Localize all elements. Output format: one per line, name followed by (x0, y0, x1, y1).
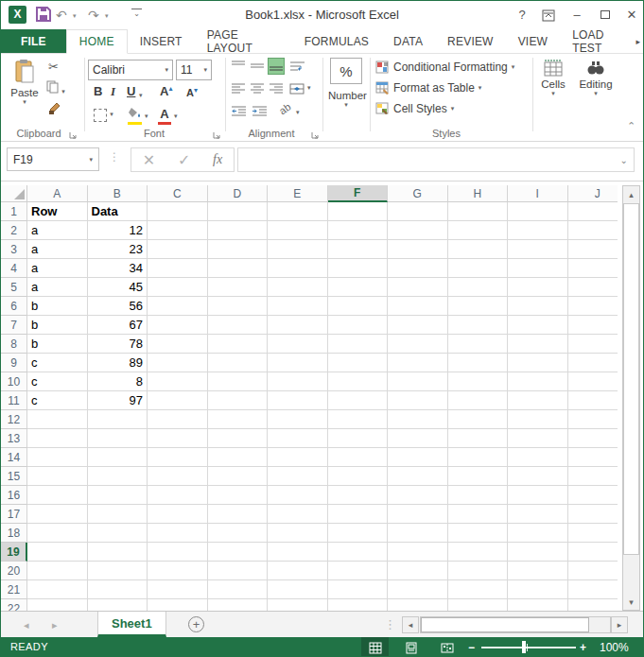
cell-A17[interactable] (27, 505, 88, 524)
cell-J18[interactable] (568, 524, 618, 543)
cell-D16[interactable] (208, 486, 269, 505)
scroll-up-button[interactable]: ▴ (623, 186, 639, 202)
cell-I14[interactable] (508, 448, 568, 467)
cell-C22[interactable] (148, 599, 208, 611)
cell-B5[interactable]: 45 (88, 278, 148, 297)
cell-E14[interactable] (268, 448, 328, 467)
cell-E2[interactable] (268, 221, 328, 240)
cell-H13[interactable] (448, 429, 509, 448)
row-header-12[interactable]: 12 (1, 410, 27, 429)
conditional-formatting-button[interactable]: Conditional Formatting ▾ (375, 58, 514, 77)
cell-G11[interactable] (388, 391, 448, 410)
cell-I5[interactable] (508, 278, 568, 297)
font-dialog-launcher[interactable] (213, 130, 222, 139)
format-as-table-button[interactable]: Format as Table ▾ (375, 78, 481, 97)
column-header-G[interactable]: G (388, 185, 448, 202)
cell-J12[interactable] (568, 410, 618, 429)
cell-F6[interactable] (328, 297, 389, 316)
cell-C11[interactable] (148, 391, 208, 410)
font-color-button[interactable]: A ▾ (158, 107, 171, 125)
cell-C13[interactable] (148, 429, 208, 448)
formula-bar-handle[interactable]: ⋮ (109, 150, 120, 164)
cell-B20[interactable] (88, 562, 148, 580)
cell-I17[interactable] (508, 505, 568, 524)
cell-I10[interactable] (508, 372, 568, 391)
cell-C20[interactable] (148, 562, 208, 580)
row-header-10[interactable]: 10 (1, 372, 27, 391)
cell-D21[interactable] (208, 580, 269, 599)
cell-A21[interactable] (27, 580, 88, 599)
cell-F2[interactable] (328, 221, 389, 240)
cell-H4[interactable] (448, 259, 509, 278)
previous-sheet-icon[interactable]: ◂ (24, 619, 29, 631)
format-painter-button[interactable] (48, 101, 61, 117)
cell-C17[interactable] (148, 505, 208, 524)
ribbon-display-options-button[interactable] (538, 7, 559, 24)
cell-A1[interactable]: Row (27, 202, 88, 221)
tab-insert[interactable]: INSERT (128, 29, 195, 53)
cell-J4[interactable] (568, 259, 618, 278)
cell-G6[interactable] (388, 297, 448, 316)
scroll-left-button[interactable]: ◂ (402, 616, 419, 633)
cancel-entry-button[interactable]: ✕ (143, 151, 155, 169)
cell-H19[interactable] (448, 543, 509, 562)
cell-E13[interactable] (268, 429, 328, 448)
row-header-2[interactable]: 2 (1, 221, 27, 240)
cell-G16[interactable] (388, 486, 448, 505)
cell-D9[interactable] (208, 354, 269, 372)
cell-I15[interactable] (508, 467, 568, 486)
cell-E4[interactable] (268, 259, 328, 278)
cell-B15[interactable] (88, 467, 148, 486)
tab-data[interactable]: DATA (381, 29, 435, 53)
normal-view-button[interactable] (361, 637, 389, 657)
cell-I7[interactable] (508, 316, 568, 335)
alignment-dialog-launcher[interactable] (311, 130, 321, 139)
cell-H20[interactable] (448, 562, 509, 580)
cell-E6[interactable] (268, 297, 328, 316)
cell-B12[interactable] (88, 410, 148, 429)
orientation-button[interactable]: ab (277, 101, 293, 117)
cell-G9[interactable] (388, 354, 448, 372)
cell-G21[interactable] (388, 580, 448, 599)
scroll-down-button[interactable]: ▾ (623, 594, 639, 610)
cell-I6[interactable] (508, 297, 568, 316)
column-header-J[interactable]: J (568, 185, 618, 202)
cell-F17[interactable] (328, 505, 389, 524)
cell-J21[interactable] (568, 580, 618, 599)
font-size-select[interactable]: 11 ▾ (176, 60, 212, 80)
cell-D14[interactable] (208, 448, 269, 467)
cell-D2[interactable] (208, 221, 269, 240)
cell-C2[interactable] (148, 221, 208, 240)
cell-D12[interactable] (208, 410, 269, 429)
insert-function-button[interactable]: fx (213, 152, 222, 167)
cell-A22[interactable] (27, 599, 88, 611)
cell-J19[interactable] (568, 543, 618, 562)
borders-button[interactable]: ▾ (94, 109, 113, 125)
cell-F11[interactable] (328, 391, 389, 410)
cell-G14[interactable] (388, 448, 448, 467)
cell-C6[interactable] (148, 297, 208, 316)
cell-G2[interactable] (388, 221, 448, 240)
cell-F14[interactable] (328, 448, 389, 467)
cell-E5[interactable] (268, 278, 328, 297)
cell-G13[interactable] (388, 429, 448, 448)
cell-D15[interactable] (208, 467, 269, 486)
bottom-align-button[interactable] (268, 58, 285, 75)
cell-E11[interactable] (268, 391, 328, 410)
cell-B11[interactable]: 97 (88, 391, 148, 410)
cell-B1[interactable]: Data (88, 202, 148, 221)
cell-B8[interactable]: 78 (88, 335, 148, 354)
cell-H7[interactable] (448, 316, 509, 335)
cell-A12[interactable] (27, 410, 88, 429)
row-header-22[interactable]: 22 (1, 599, 27, 611)
cell-I4[interactable] (508, 259, 568, 278)
cell-H9[interactable] (448, 354, 509, 372)
cell-F22[interactable] (328, 599, 389, 611)
cell-B2[interactable]: 12 (88, 221, 148, 240)
cell-C9[interactable] (148, 354, 208, 372)
align-center-button[interactable] (249, 80, 266, 97)
cell-I16[interactable] (508, 486, 568, 505)
cell-E9[interactable] (268, 354, 328, 372)
cell-F18[interactable] (328, 524, 389, 543)
collapse-ribbon-icon[interactable]: ⌃ (627, 120, 635, 132)
